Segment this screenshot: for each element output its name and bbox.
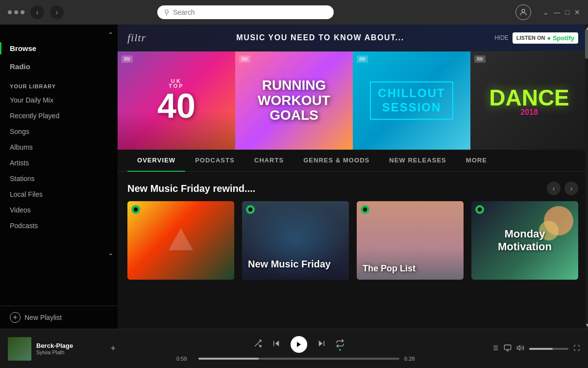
tab-podcasts[interactable]: PODCASTS [185, 150, 245, 172]
back-button[interactable]: ‹ [30, 5, 44, 19]
section-title: New Music Friday rewind.... [127, 183, 255, 194]
search-icon: ⚲ [164, 8, 169, 16]
svg-point-4 [363, 208, 367, 211]
filtr-badge-4: filtr [474, 55, 486, 63]
sidebar-item-local-files[interactable]: Local Files [0, 186, 118, 202]
sidebar: ⌃ Browse Radio YOUR LIBRARY Your Daily M… [0, 25, 118, 329]
play-pause-button[interactable] [291, 336, 307, 353]
library-section-label: YOUR LIBRARY [0, 76, 118, 92]
card-dance-2018[interactable]: DANCE 2018 filtr [470, 52, 588, 150]
prev-section-button[interactable]: ‹ [547, 182, 561, 195]
music-card-4[interactable]: Monday Motivation [471, 201, 578, 280]
svg-marker-8 [275, 341, 279, 346]
volume-button[interactable] [516, 344, 524, 354]
spotify-dot-2 [246, 205, 255, 214]
section-header: New Music Friday rewind.... ‹ › [118, 172, 588, 201]
minimize-btn[interactable]: — [554, 8, 561, 16]
tab-overview[interactable]: OVERVIEW [127, 150, 185, 172]
fullscreen-button[interactable] [573, 344, 580, 353]
card-running-workout[interactable]: RUNNINGWORKOUTGOALS filtr [235, 52, 353, 150]
chillout-box: CHILLOUTSESSION [370, 81, 453, 120]
track-meta: Berck-Plage Sylvia Plath [36, 342, 105, 355]
player-bar: Berck-Plage Sylvia Plath + [0, 329, 588, 368]
sidebar-item-videos[interactable]: Videos [0, 202, 118, 218]
tab-more[interactable]: MORE [456, 150, 497, 172]
sidebar-item-radio[interactable]: Radio [0, 57, 118, 76]
forward-button[interactable]: › [50, 5, 64, 19]
repeat-active-dot [339, 349, 341, 351]
dot-1 [8, 10, 12, 14]
card-chillout-session[interactable]: CHILLOUTSESSION filtr [353, 52, 470, 150]
window-dots [8, 10, 24, 14]
previous-button[interactable] [272, 339, 281, 350]
search-bar[interactable]: ⚲ [157, 5, 334, 19]
sidebar-item-recently-played[interactable]: Recently Played [0, 108, 118, 124]
devices-button[interactable] [504, 344, 512, 354]
scroll-down-indicator[interactable]: ⌄ [108, 249, 114, 257]
scroll-up-indicator[interactable]: ⌃ [108, 31, 114, 39]
title-bar: ‹ › ⚲ ⌄ — □ ✕ [0, 0, 588, 25]
svg-marker-22 [517, 345, 520, 350]
card-overlay [118, 110, 235, 150]
mc1-background [127, 201, 234, 280]
svg-point-0 [522, 9, 525, 12]
dance-label: DANCE [489, 84, 569, 111]
next-section-button[interactable]: › [564, 182, 578, 195]
sidebar-item-daily-mix[interactable]: Your Daily Mix [0, 92, 118, 108]
sidebar-browse-label: Browse [10, 44, 36, 53]
svg-point-5 [478, 208, 482, 211]
sidebar-item-browse[interactable]: Browse [0, 39, 118, 57]
sidebar-radio-label: Radio [10, 62, 30, 71]
time-total: 6:28 [404, 356, 421, 362]
mc2-label: New Music Friday [248, 259, 331, 270]
listen-on-button[interactable]: LISTEN ON ● Spotify [513, 32, 578, 44]
track-artist: Sylvia Plath [36, 349, 105, 355]
spotify-dot-4 [475, 205, 484, 214]
banner-title: MUSIC YOU NEED TO KNOW ABOUT... [154, 33, 487, 42]
add-to-library-button[interactable]: + [110, 343, 116, 354]
card-uk-top-40[interactable]: UK TOP 40 filtr [118, 52, 235, 150]
tab-genres-moods[interactable]: GENRES & MOODS [294, 150, 379, 172]
year-label: 2018 [520, 108, 538, 117]
tab-charts[interactable]: CHARTS [245, 150, 294, 172]
dot-2 [14, 10, 18, 14]
profile-icon[interactable] [515, 4, 531, 20]
close-btn[interactable]: ✕ [574, 8, 580, 16]
next-button[interactable] [317, 339, 326, 350]
filtr-badge-3: filtr [357, 55, 368, 63]
progress-track[interactable] [198, 358, 399, 360]
spotify-dot-1 [131, 205, 140, 214]
tab-new-releases[interactable]: NEW RELEASES [379, 150, 456, 172]
maximize-btn[interactable]: □ [565, 8, 569, 16]
sidebar-item-stations[interactable]: Stations [0, 171, 118, 186]
player-controls: 0:59 6:28 [123, 336, 474, 362]
filtr-logo: filtr [127, 31, 146, 44]
new-playlist-label: New Playlist [24, 314, 62, 321]
search-input[interactable] [173, 8, 327, 16]
track-info: Berck-Plage Sylvia Plath + [8, 337, 116, 361]
mc4-label: Monday Motivation [498, 228, 552, 253]
sidebar-item-artists[interactable]: Artists [0, 155, 118, 171]
right-scrollbar-thumb[interactable] [585, 29, 588, 59]
repeat-button[interactable] [336, 339, 344, 350]
card2-label: RUNNINGWORKOUTGOALS [258, 78, 330, 123]
svg-marker-11 [319, 341, 323, 346]
spotify-logo: ● Spotify [547, 34, 574, 42]
new-playlist-button[interactable]: + New Playlist [0, 306, 118, 329]
dropdown-btn[interactable]: ⌄ [543, 8, 549, 16]
volume-bar[interactable] [529, 348, 568, 350]
sidebar-item-albums[interactable]: Albums [0, 139, 118, 155]
hide-button[interactable]: HIDE [494, 34, 509, 41]
sidebar-item-podcasts[interactable]: Podcasts [0, 218, 118, 234]
queue-button[interactable] [491, 344, 499, 354]
music-card-2[interactable]: New Music Friday [242, 201, 349, 280]
music-card-1[interactable] [127, 201, 234, 280]
music-card-3[interactable]: The Pop List [357, 201, 464, 280]
scrollbar-down-arrow: ▼ [585, 322, 588, 328]
sidebar-item-songs[interactable]: Songs [0, 124, 118, 139]
spotify-dot-3 [361, 205, 369, 214]
shuffle-button[interactable] [253, 339, 262, 350]
card3-label: CHILLOUTSESSION [378, 86, 445, 115]
scrollbar-up-arrow: ▲ [585, 26, 588, 31]
plus-circle-icon: + [10, 312, 21, 323]
